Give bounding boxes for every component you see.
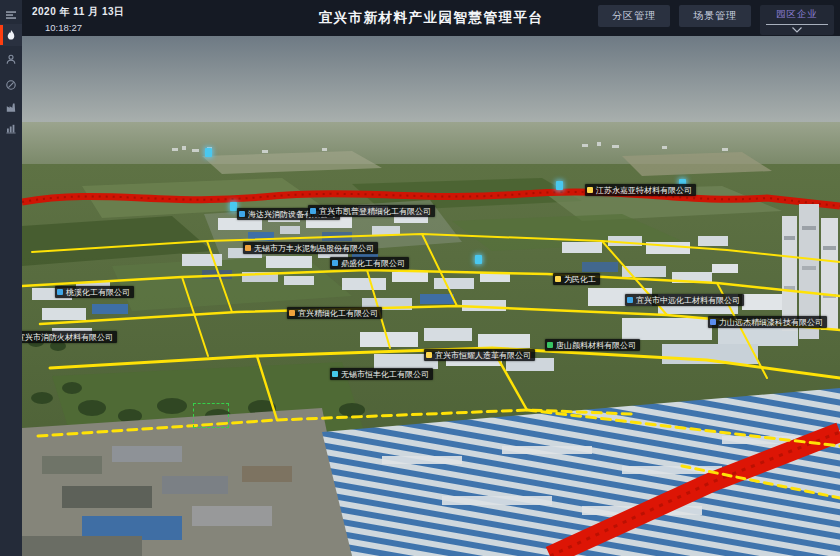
company-marker-icon bbox=[426, 352, 432, 358]
company-label-text: 鼎盛化工有限公司 bbox=[341, 258, 405, 269]
company-label[interactable]: 宜兴市恒耀人造革有限公司 bbox=[424, 349, 535, 361]
company-marker-icon bbox=[555, 276, 561, 282]
company-marker-icon bbox=[587, 187, 593, 193]
company-marker-icon bbox=[289, 310, 295, 316]
company-label-text: 唐山颜料材料有限公司 bbox=[556, 340, 636, 351]
company-label[interactable]: 无锡市万丰水泥制品股份有限公司 bbox=[243, 242, 378, 254]
company-label[interactable]: 桃溪化工有限公司 bbox=[55, 286, 134, 298]
company-marker-icon bbox=[57, 289, 63, 295]
company-marker-icon bbox=[332, 371, 338, 377]
header-time: 10:18:27 bbox=[45, 22, 125, 33]
company-label[interactable]: 宜兴市消防火材料有限公司 bbox=[22, 331, 117, 343]
sidebar bbox=[0, 0, 22, 556]
top-bar: 2020 年 11 月 13日 10:18:27 宜兴市新材料产业园智慧管理平台… bbox=[22, 0, 840, 36]
company-label-text: 江苏永嘉亚特材料有限公司 bbox=[596, 185, 692, 196]
company-label-text: 桃溪化工有限公司 bbox=[66, 287, 130, 298]
header-date: 2020 年 11 月 13日 bbox=[32, 5, 125, 19]
zone-management-button[interactable]: 分区管理 bbox=[598, 5, 670, 27]
datetime-block: 2020 年 11 月 13日 10:18:27 bbox=[32, 5, 125, 33]
company-label[interactable]: 江苏永嘉亚特材料有限公司 bbox=[585, 184, 696, 196]
selection-box bbox=[193, 403, 229, 428]
map-3d-view[interactable]: 海达兴消防设备有限公司宜兴市凯普登精细化工有限公司无锡市万丰水泥制品股份有限公司… bbox=[22, 36, 840, 556]
user-icon[interactable] bbox=[0, 48, 22, 70]
company-label-text: 宜兴精细化工有限公司 bbox=[298, 308, 378, 319]
company-marker-icon bbox=[239, 211, 245, 217]
company-label-text: 宜兴市恒耀人造革有限公司 bbox=[435, 350, 531, 361]
company-label-text: 宜兴市消防火材料有限公司 bbox=[22, 332, 113, 343]
chevron-down-icon bbox=[792, 27, 802, 33]
bar-chart-icon[interactable] bbox=[0, 117, 22, 139]
factory-icon[interactable] bbox=[0, 96, 22, 118]
dropdown-label: 园区企业 bbox=[766, 8, 828, 25]
header-actions: 分区管理 场景管理 园区企业 bbox=[598, 5, 834, 35]
dashboard-icon[interactable] bbox=[0, 74, 22, 96]
company-label-text: 无锡市恒丰化工有限公司 bbox=[341, 369, 429, 380]
company-label-text: 无锡市万丰水泥制品股份有限公司 bbox=[254, 243, 374, 254]
company-label[interactable]: 宜兴市中远化工材料有限公司 bbox=[625, 294, 744, 306]
company-label[interactable]: 宜兴精细化工有限公司 bbox=[287, 307, 382, 319]
company-label[interactable]: 无锡市恒丰化工有限公司 bbox=[330, 368, 433, 380]
company-marker-icon bbox=[310, 208, 316, 214]
fire-icon[interactable] bbox=[0, 24, 22, 46]
company-label-text: 为民化工 bbox=[564, 274, 596, 285]
scene-management-button[interactable]: 场景管理 bbox=[679, 5, 751, 27]
company-label-text: 力山远杰精细漆科技有限公司 bbox=[719, 317, 823, 328]
company-marker-icon bbox=[710, 319, 716, 325]
company-marker-icon bbox=[245, 245, 251, 251]
company-marker-icon bbox=[627, 297, 633, 303]
park-enterprise-dropdown[interactable]: 园区企业 bbox=[760, 5, 834, 35]
company-label[interactable]: 为民化工 bbox=[553, 273, 600, 285]
menu-icon[interactable] bbox=[0, 4, 22, 26]
company-label[interactable]: 鼎盛化工有限公司 bbox=[330, 257, 409, 269]
company-label[interactable]: 力山远杰精细漆科技有限公司 bbox=[708, 316, 827, 328]
company-marker-icon bbox=[547, 342, 553, 348]
company-label-text: 宜兴市凯普登精细化工有限公司 bbox=[319, 206, 431, 217]
sky bbox=[22, 36, 840, 136]
company-label[interactable]: 唐山颜料材料有限公司 bbox=[545, 339, 640, 351]
company-marker-icon bbox=[332, 260, 338, 266]
company-label[interactable]: 宜兴市凯普登精细化工有限公司 bbox=[308, 205, 435, 217]
company-label-text: 宜兴市中远化工材料有限公司 bbox=[636, 295, 740, 306]
page-title: 宜兴市新材料产业园智慧管理平台 bbox=[319, 9, 544, 27]
smart-park-platform: 2020 年 11 月 13日 10:18:27 宜兴市新材料产业园智慧管理平台… bbox=[0, 0, 840, 556]
